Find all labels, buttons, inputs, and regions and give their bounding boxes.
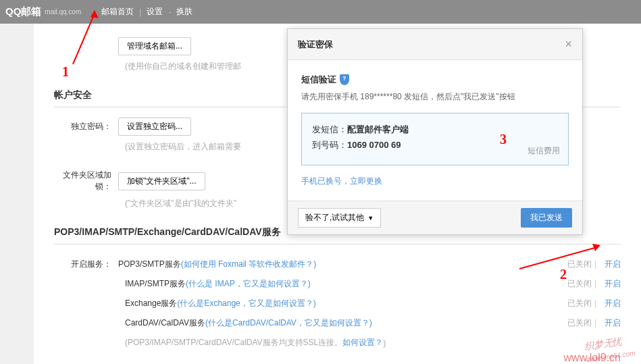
nav-home[interactable]: 邮箱首页: [101, 6, 134, 18]
service-open-link[interactable]: 开启: [605, 318, 621, 328]
service-name: IMAP/SMTP服务: [125, 278, 186, 290]
service-row: CardDAV/CalDAV服务 (什么是CardDAV/CalDAV，它又是如…: [54, 313, 621, 333]
service-status: 已关闭: [567, 259, 592, 269]
nav-settings[interactable]: 设置: [147, 6, 163, 18]
services-footer-hint: (POP3/IMAP/SMTP/CardDAV/CalDAV服务均支持SSL连接…: [125, 337, 342, 348]
service-status: 已关闭: [567, 279, 592, 288]
service-row: IMAP/SMTP服务 (什么是 IMAP，它又是如何设置？)已关闭|开启: [54, 274, 621, 294]
nav-skin[interactable]: 换肤: [176, 6, 193, 18]
modal-footer: 验不了,试试其他 ▼ 我已发送: [288, 201, 582, 234]
nav-sep: |: [139, 7, 141, 17]
service-row: 开启服务：POP3/SMTP服务 (如何使用 Foxmail 等软件收发邮件？)…: [54, 255, 621, 274]
service-status: 已关闭: [567, 298, 592, 308]
lock-folder-button[interactable]: 加锁"文件夹区域"...: [118, 172, 205, 190]
annotation-number-2: 2: [560, 267, 567, 282]
service-status: 已关闭: [567, 318, 592, 328]
chevron-down-icon: ▼: [367, 215, 374, 222]
manage-domain-button[interactable]: 管理域名邮箱...: [118, 37, 191, 55]
logo: QQ邮箱: [5, 5, 41, 18]
services-label: 开启服务：: [54, 259, 118, 270]
pwd-label: 独立密码：: [54, 121, 118, 132]
sms-title: 短信验证: [301, 74, 336, 86]
sms-send-line: 发短信：配置邮件客户端: [312, 124, 558, 136]
sms-to-line: 到号码：1069 0700 69: [312, 139, 558, 151]
services-footer-link[interactable]: 如何设置？: [342, 337, 383, 348]
app-header: QQ邮箱 mail.qq.com 邮箱首页 | 设置 - 换肤: [0, 0, 641, 24]
services-section: POP3/IMAP/SMTP/Exchange/CardDAV/CalDAV服务…: [54, 226, 621, 353]
service-help-link[interactable]: (什么是CardDAV/CalDAV，它又是如何设置？): [205, 317, 372, 329]
annotation-number-3: 3: [500, 132, 507, 147]
sms-box: 发短信：配置邮件客户端 到号码：1069 0700 69 短信费用: [301, 113, 569, 165]
service-open-link[interactable]: 开启: [605, 279, 621, 288]
sms-title-row: 短信验证: [301, 74, 569, 86]
modal-header: 验证密保 ×: [288, 29, 582, 60]
watermark-url: www.lol9.cn: [564, 352, 621, 364]
service-help-link[interactable]: (如何使用 Foxmail 等软件收发邮件？): [181, 259, 317, 270]
verify-modal: 验证密保 × 短信验证 请先用密保手机 189******80 发短信，然后点"…: [287, 28, 583, 235]
service-help-link[interactable]: (什么是 IMAP，它又是如何设置？): [186, 278, 311, 290]
shield-icon: [340, 74, 349, 85]
service-help-link[interactable]: (什么是Exchange，它又是如何设置？): [177, 298, 315, 309]
nav-sep: -: [168, 7, 171, 17]
sms-fee-link[interactable]: 短信费用: [528, 145, 560, 157]
lock-label: 文件夹区域加锁：: [54, 170, 118, 192]
service-open-link[interactable]: 开启: [605, 259, 621, 269]
service-name: Exchange服务: [125, 298, 177, 309]
service-name: POP3/SMTP服务: [118, 259, 181, 270]
modal-body: 短信验证 请先用密保手机 189******80 发短信，然后点"我已发送"按钮…: [288, 60, 582, 201]
annotation-number-1: 1: [62, 64, 69, 80]
set-password-button[interactable]: 设置独立密码...: [118, 118, 191, 136]
modal-title: 验证密保: [298, 38, 333, 51]
nav-links: 邮箱首页 | 设置 - 换肤: [101, 6, 193, 18]
sent-button[interactable]: 我已发送: [521, 208, 572, 228]
try-other-button[interactable]: 验不了,试试其他 ▼: [298, 208, 381, 228]
sms-hint: 请先用密保手机 189******80 发短信，然后点"我已发送"按钮: [301, 91, 569, 103]
change-phone-link[interactable]: 手机已换号，立即更换: [301, 176, 382, 187]
services-footer-end: ): [383, 338, 386, 348]
service-open-link[interactable]: 开启: [605, 298, 621, 308]
logo-subtitle: mail.qq.com: [45, 8, 81, 16]
service-row: Exchange服务 (什么是Exchange，它又是如何设置？)已关闭|开启: [54, 294, 621, 313]
service-name: CardDAV/CalDAV服务: [125, 317, 205, 329]
close-icon[interactable]: ×: [565, 37, 572, 51]
